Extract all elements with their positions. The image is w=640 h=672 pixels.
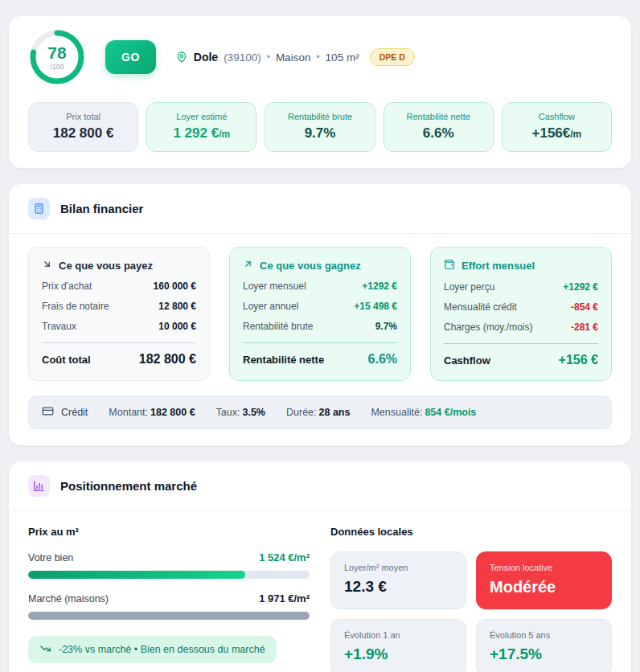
- metric-label: Rentabilité nette: [389, 112, 488, 121]
- loyer-m2-moyen-card: Loyer/m² moyen 12.3 €: [330, 551, 466, 609]
- credit-label: Crédit: [42, 405, 88, 420]
- panel-divider: [243, 342, 397, 343]
- panel-title: Ce que vous gagnez: [243, 259, 397, 272]
- score-max: /100: [50, 63, 64, 71]
- metric-value: +156€/m: [507, 125, 606, 141]
- panel-row: Mensualité crédit-854 €: [444, 301, 598, 313]
- credit-taux: Taux:3.5%: [216, 407, 265, 418]
- credit-duree: Durée:28 ans: [286, 407, 350, 418]
- prix-m2-block: Prix au m² Votre bien 1 524 €/m² Marché …: [28, 526, 310, 672]
- arrow-down-right-icon: [42, 259, 52, 272]
- panel-total-row: Coût total182 800 €: [42, 352, 196, 367]
- marche-maisons-row: Marché (maisons) 1 971 €/m²: [28, 592, 310, 604]
- property-type: Maison: [276, 51, 311, 64]
- votre-bien-row: Votre bien 1 524 €/m²: [28, 551, 310, 563]
- panel-row: Prix d'achat160 000 €: [42, 281, 196, 292]
- panel-row: Charges (moy./mois)-281 €: [444, 322, 598, 333]
- marche-bar-fill: [28, 612, 310, 620]
- marche-bar-track: [28, 612, 310, 620]
- go-button[interactable]: GO: [105, 40, 156, 74]
- panel-row: Loyer perçu+1292 €: [444, 281, 598, 293]
- donnees-grid: Loyer/m² moyen 12.3 € Tension locative M…: [330, 551, 612, 672]
- map-pin-icon: [175, 51, 188, 64]
- wallet-icon: [444, 259, 455, 272]
- positionnement-marche-card: Positionnement marché Prix au m² Votre b…: [8, 461, 632, 672]
- metric-cashflow: Cashflow +156€/m: [502, 102, 612, 152]
- votre-bien-bar-track: [28, 571, 310, 579]
- bilan-panels: Ce que vous payez Prix d'achat160 000 € …: [9, 234, 631, 392]
- votre-bien-bar-fill: [28, 571, 245, 579]
- panel-title: Ce que vous payez: [42, 259, 196, 272]
- panel-ce-que-vous-gagnez: Ce que vous gagnez Loyer mensuel+1292 € …: [229, 247, 411, 381]
- bilan-header: Bilan financier: [9, 184, 631, 234]
- market-comparison-badge: -23% vs marché • Bien en dessous du marc…: [28, 636, 277, 663]
- metric-value: 182 800 €: [34, 125, 133, 141]
- block-title: Prix au m²: [28, 526, 310, 538]
- score-text: 78 /100: [28, 28, 86, 86]
- metric-rentabilite-nette: Rentabilité nette 6.6%: [384, 102, 494, 152]
- trending-down-icon: [39, 642, 51, 657]
- summary-top-row: 78 /100 GO Dole (39100) • Maison • 105 m…: [28, 28, 612, 86]
- credit-montant: Montant:182 800 €: [109, 407, 195, 418]
- city-name: Dole: [194, 51, 218, 64]
- panel-divider: [42, 342, 196, 343]
- panel-total-row: Cashflow+156 €: [444, 353, 598, 367]
- property-location: Dole (39100) • Maison • 105 m² DPE D: [175, 48, 415, 66]
- metric-rentabilite-brute: Rentabilité brute 9.7%: [265, 102, 375, 152]
- panel-effort-mensuel: Effort mensuel Loyer perçu+1292 € Mensua…: [430, 247, 612, 381]
- panel-divider: [444, 343, 598, 344]
- separator-dot: •: [316, 51, 319, 63]
- bar-chart-icon: [28, 475, 50, 497]
- panel-ce-que-vous-payez: Ce que vous payez Prix d'achat160 000 € …: [28, 247, 210, 381]
- panel-row: Travaux10 000 €: [42, 321, 196, 332]
- score-value: 78: [47, 44, 66, 61]
- metric-value: 9.7%: [270, 125, 369, 141]
- credit-summary-bar: Crédit Montant:182 800 € Taux:3.5% Durée…: [28, 395, 612, 429]
- metric-value: 6.6%: [389, 125, 488, 141]
- dpe-badge: DPE D: [370, 48, 415, 66]
- metric-prix-total: Prix total 182 800 €: [28, 102, 138, 152]
- metric-value: 1 292 €/m: [152, 125, 251, 141]
- panel-title: Effort mensuel: [444, 259, 598, 272]
- metric-label: Cashflow: [507, 112, 606, 121]
- panel-row: Frais de notaire12 800 €: [42, 301, 196, 312]
- marche-body: Prix au m² Votre bien 1 524 €/m² Marché …: [9, 511, 631, 672]
- metric-loyer-estime: Loyer estimé 1 292 €/m: [146, 102, 256, 152]
- marche-header: Positionnement marché: [9, 461, 631, 511]
- key-metrics-row: Prix total 182 800 € Loyer estimé 1 292 …: [28, 102, 612, 152]
- panel-row: Loyer annuel+15 498 €: [243, 301, 397, 312]
- credit-card-icon: [42, 405, 54, 420]
- metric-label: Rentabilité brute: [270, 112, 369, 121]
- panel-total-row: Rentabilité nette6.6%: [243, 352, 397, 367]
- postal-code: (39100): [224, 51, 261, 64]
- credit-mensualite: Mensualité:854 €/mois: [371, 407, 476, 418]
- calculator-icon: [28, 198, 50, 219]
- metric-label: Loyer estimé: [152, 112, 251, 121]
- property-summary-card: 78 /100 GO Dole (39100) • Maison • 105 m…: [8, 15, 632, 169]
- score-gauge: 78 /100: [28, 28, 86, 86]
- section-title: Bilan financier: [60, 202, 143, 215]
- tension-locative-card: Tension locative Modérée: [476, 551, 612, 609]
- panel-row: Rentabilité brute9.7%: [243, 321, 397, 332]
- donnees-locales-block: Données locales Loyer/m² moyen 12.3 € Te…: [330, 526, 612, 672]
- block-title: Données locales: [330, 526, 612, 538]
- bilan-financier-card: Bilan financier Ce que vous payez Prix d…: [8, 183, 632, 446]
- arrow-up-right-icon: [243, 259, 253, 272]
- metric-label: Prix total: [34, 112, 133, 121]
- evolution-1-an-card: Évolution 1 an +1.9%: [330, 619, 466, 672]
- property-area: 105 m²: [326, 51, 359, 64]
- evolution-5-ans-card: Évolution 5 ans +17.5%: [476, 619, 612, 672]
- panel-row: Loyer mensuel+1292 €: [243, 281, 397, 292]
- separator-dot: •: [267, 51, 270, 63]
- page: 78 /100 GO Dole (39100) • Maison • 105 m…: [0, 0, 640, 672]
- section-title: Positionnement marché: [60, 479, 197, 493]
